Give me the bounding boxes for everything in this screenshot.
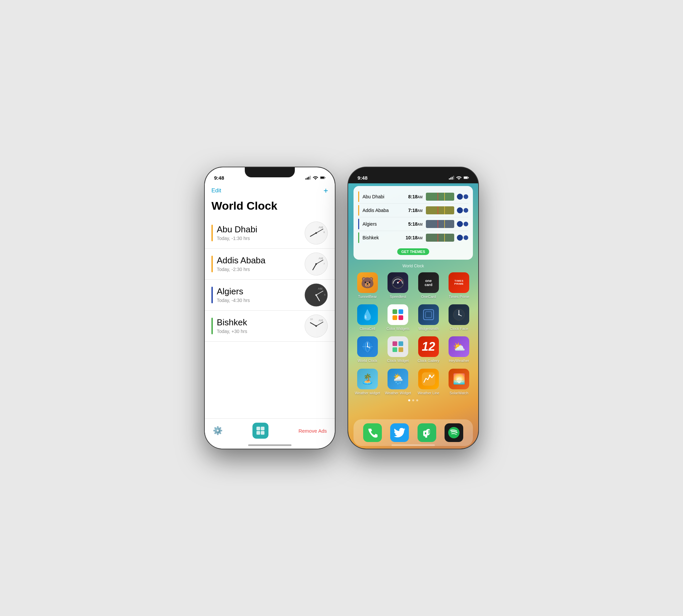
clock-item-bishkek[interactable]: Bishkek Today, +30 hrs AM 10 — [205, 311, 335, 342]
clock-item-addis-ababa[interactable]: Addis Ababa Today, -2:30 hrs AM 7 — [205, 249, 335, 280]
svg-rect-40 — [468, 177, 469, 178]
app-timesprime[interactable]: TIMES PRIME Times Prime — [445, 272, 473, 299]
svg-point-66 — [429, 375, 431, 377]
app-content: Edit + World Clock Abu Dhabi Today, -1:3… — [205, 183, 335, 449]
analog-clock: AM 7 — [304, 252, 328, 276]
svg-rect-63 — [392, 347, 397, 352]
svg-point-30 — [316, 325, 317, 327]
svg-point-18 — [316, 263, 317, 265]
city-name: Algiers — [217, 287, 250, 296]
app-climacell[interactable]: 💧 ClimaCell — [354, 304, 382, 331]
app-label-colorwidgets: Color Widgets — [386, 327, 409, 331]
app-speedtest[interactable]: Speedtest — [384, 272, 412, 299]
city-name: Abu Dhabi — [217, 225, 257, 234]
signal-icon-right — [449, 176, 454, 180]
app-onecard[interactable]: one card OneCard — [414, 272, 443, 299]
app-grid: 🐻 TunnelBear — [354, 270, 473, 398]
svg-text:AM: AM — [319, 319, 323, 322]
clock-item-abu-dhabi[interactable]: Abu Dhabi Today, -1:30 hrs AM 8 — [205, 218, 335, 249]
widget-row-abu-dhabi: Abu Dhabi 8:18AM — [358, 190, 468, 203]
svg-rect-41 — [464, 177, 468, 178]
app-label-worldclock: World Clock — [358, 359, 377, 363]
app-icon-clockwidget — [387, 336, 408, 357]
remove-ads-button[interactable]: Remove Ads — [298, 428, 327, 434]
widget-button[interactable] — [253, 423, 269, 439]
svg-rect-49 — [424, 310, 433, 320]
app-icon-timesprime: TIMES PRIME — [449, 272, 469, 293]
app-heyweather[interactable]: ⛅ HeyWeather — [445, 336, 473, 363]
settings-button[interactable]: ⚙️ — [213, 426, 223, 435]
app-clockgallery[interactable]: 12 Clock Gallery — [414, 336, 443, 363]
notch — [245, 167, 295, 177]
signal-icon — [305, 176, 311, 180]
svg-point-44 — [397, 282, 399, 284]
dock-evernote[interactable] — [418, 423, 436, 442]
svg-rect-32 — [261, 427, 264, 430]
app-label-climacell: ClimaCell — [360, 327, 375, 331]
widget-visual — [426, 234, 468, 242]
widget-city: Algiers — [363, 221, 408, 227]
battery-icon-right — [464, 176, 469, 180]
widget-time: 7:18AM — [408, 208, 423, 213]
left-phone: 9:48 Edit + World Clock Abu Dhabi — [205, 167, 335, 449]
app-icon-weatherwidget1: 🏝️ — [357, 369, 378, 389]
dock-spotify[interactable] — [445, 423, 463, 442]
svg-rect-36 — [450, 178, 451, 180]
app-clockwidget[interactable]: Clock Widget — [384, 336, 412, 363]
svg-rect-50 — [426, 312, 431, 318]
notch-right — [388, 167, 438, 177]
svg-rect-6 — [320, 177, 324, 178]
svg-rect-5 — [325, 177, 325, 178]
svg-point-12 — [316, 232, 317, 234]
svg-rect-46 — [399, 309, 403, 314]
app-label-widgetsmith: Widgetsmith — [418, 327, 439, 331]
app-label-speedtest: Speedtest — [389, 295, 406, 299]
app-label-tunnelbear: TunnelBear — [358, 295, 377, 299]
dock-phone[interactable] — [363, 423, 382, 442]
app-clockface[interactable]: Clock Face — [445, 304, 473, 331]
city-name: Bishkek — [217, 318, 247, 327]
svg-text:AM: AM — [319, 257, 323, 260]
app-worldclock[interactable]: World Clock — [354, 336, 382, 363]
widget-bar — [358, 219, 359, 229]
widget-row-bishkek: Bishkek 10:18AM — [358, 231, 468, 244]
app-icon-weatherwidget2: 🌦️ — [387, 369, 408, 389]
app-icon-heyweather: ⛅ — [449, 336, 469, 357]
app-widgetsmith[interactable]: Widgetsmith — [414, 304, 443, 331]
svg-point-24 — [316, 294, 317, 296]
svg-text:7: 7 — [323, 263, 325, 265]
clock-item-algiers[interactable]: Algiers Today, -4:30 hrs AM 5 — [205, 280, 335, 311]
svg-rect-62 — [399, 341, 403, 346]
app-weatherwidget2[interactable]: 🌦️ Weather Widget — [384, 369, 412, 395]
app-label-solarwatch: SolarWatch — [450, 391, 468, 395]
edit-button[interactable]: Edit — [211, 187, 221, 194]
svg-rect-34 — [261, 431, 264, 435]
app-label-onecard: OneCard — [421, 295, 436, 299]
svg-rect-45 — [392, 309, 397, 314]
app-icon-twitter — [390, 423, 409, 442]
app-colorwidgets[interactable]: Color Widgets — [384, 304, 412, 331]
app-icon-evernote — [418, 423, 436, 442]
app-solarwatch[interactable]: 🌅 SolarWatch — [445, 369, 473, 395]
home-indicator — [248, 444, 292, 446]
add-button[interactable]: + — [323, 186, 328, 195]
right-phone: 9:48 Abu Dhabi 8:18AM — [348, 167, 478, 449]
svg-rect-3 — [310, 176, 311, 179]
app-label-heyweather: HeyWeather — [449, 359, 469, 363]
app-weatherwidget1[interactable]: 🏝️ Weather widget — [354, 369, 382, 395]
app-icon-phone — [363, 423, 382, 442]
app-label-clockgallery: Clock Gallery — [418, 359, 439, 363]
dock-twitter[interactable] — [390, 423, 409, 442]
status-time-left: 9:48 — [214, 175, 224, 181]
city-name: Addis Ababa — [217, 256, 265, 265]
app-icon-clockface — [449, 304, 469, 325]
homescreen-content: Abu Dhabi 8:18AM — [348, 183, 478, 449]
app-weatherline[interactable]: Weather Line — [414, 369, 443, 395]
svg-rect-31 — [256, 427, 260, 430]
svg-rect-1 — [307, 178, 308, 180]
app-label-clockface: Clock Face — [450, 327, 468, 331]
get-themes-button[interactable]: GET THEMES — [397, 248, 429, 255]
city-bar — [211, 287, 213, 303]
app-tunnelbear[interactable]: 🐻 TunnelBear — [354, 272, 382, 299]
world-clock-widget[interactable]: Abu Dhabi 8:18AM — [354, 186, 473, 260]
